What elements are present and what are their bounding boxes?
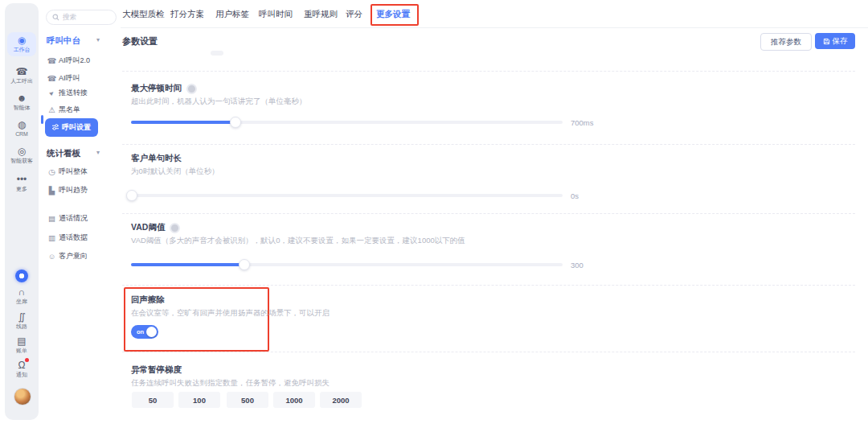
toggle-knob	[146, 327, 157, 337]
icon-rail: ◉ 工作台 ☎ 人工呼出 ☻ 智能体 ◍ CRM ◎ 智能获客 ••• 更多 ∩…	[5, 3, 39, 420]
max-pause-value: 700ms	[571, 118, 594, 127]
section-divider	[122, 71, 855, 72]
section-title-sentence-duration: 客户单句时长	[131, 153, 182, 164]
more-dots-icon: •••	[7, 174, 36, 185]
bell-icon: Ω	[7, 360, 36, 371]
bill-icon: ▤	[7, 335, 36, 347]
section-desc-sentence-duration: 为0时默认关闭（单位秒）	[131, 167, 219, 177]
crm-icon: ◍	[7, 119, 36, 130]
rail-item-workbench[interactable]: ◉ 工作台	[7, 32, 36, 56]
search-input[interactable]: 搜索	[46, 10, 117, 25]
section-desc-vad-threshold: VAD阈值（多大的声音才会被识别），默认0，建议不要设置，如果一定要设置，建议1…	[131, 236, 465, 246]
search-icon	[52, 14, 59, 21]
chevron-down-icon[interactable]: ▾	[96, 36, 100, 43]
sidebar-item-call-trend[interactable]: ▙ 呼叫趋势	[39, 181, 119, 199]
sentence-duration-value: 0s	[571, 191, 579, 200]
sidebar-item-call-data[interactable]: ▥ 通话数据	[39, 228, 119, 246]
tab-recall-rules[interactable]: 重呼规则	[304, 9, 338, 20]
info-icon[interactable]	[170, 223, 180, 233]
section-divider	[122, 144, 855, 145]
rail-item-seat[interactable]: ∩ 坐席	[7, 286, 36, 305]
pause-option-2000[interactable]: 2000	[320, 392, 362, 408]
sliders-icon	[50, 123, 60, 133]
sentence-duration-slider[interactable]	[131, 190, 563, 200]
tab-user-tags[interactable]: 用户标签	[215, 9, 249, 20]
sidebar: 搜索 呼叫中台 ▾ ☎ AI呼叫2.0 ☎ AI呼叫 ► 推送转接 ⚠ 黑名单 …	[39, 0, 121, 428]
pause-option-100[interactable]: 100	[178, 392, 220, 408]
warning-triangle-icon: ⚠	[47, 105, 57, 114]
echo-cancel-toggle[interactable]: on	[131, 325, 158, 339]
chevron-down-icon[interactable]: ▾	[96, 149, 100, 156]
rail-item-lines[interactable]: ∬ 线路	[7, 311, 36, 330]
rail-item-manual-outbound[interactable]: ☎ 人工呼出	[7, 66, 36, 84]
rail-item-bill[interactable]: ▤ 账单	[7, 335, 36, 354]
main-content: 大模型质检 打分方案 用户标签 呼叫时间 重呼规则 评分 更多设置 参数设置 推…	[121, 0, 868, 428]
rail-item-notifications[interactable]: Ω 通知	[7, 360, 36, 378]
manual-outbound-icon: ☎	[7, 66, 36, 77]
tab-score-plan[interactable]: 打分方案	[170, 9, 204, 20]
rail-item-agent-bot[interactable]: ☻ 智能体	[7, 93, 36, 111]
data-sheet-icon: ▥	[47, 233, 57, 242]
scrolled-element-remnant	[211, 51, 223, 56]
notification-badge	[25, 358, 29, 362]
slider-handle[interactable]	[126, 190, 137, 201]
user-avatar[interactable]	[14, 388, 31, 405]
pause-option-500[interactable]: 500	[227, 392, 268, 408]
phone-icon: ☎	[47, 74, 57, 83]
slider-fill	[131, 263, 244, 266]
smiley-icon: ☺	[47, 252, 57, 261]
sidebar-item-call-overall[interactable]: ◷ 呼叫整体	[39, 163, 119, 180]
lead-gen-icon: ◎	[7, 146, 36, 157]
section-desc-echo-cancel: 在会议室等，空旷有回声并使用扬声器的场景下，可以开启	[131, 308, 330, 319]
save-button[interactable]: 保存	[815, 33, 855, 49]
rail-item-more[interactable]: ••• 更多	[7, 174, 36, 192]
sidebar-scrollbar[interactable]	[41, 115, 43, 124]
headset-icon: ∩	[7, 286, 36, 298]
settings-tabbar: 大模型质检 打分方案 用户标签 呼叫时间 重呼规则 评分 更多设置	[121, 0, 868, 28]
app-window: ◉ 工作台 ☎ 人工呼出 ☻ 智能体 ◍ CRM ◎ 智能获客 ••• 更多 ∩…	[0, 0, 868, 428]
document-icon: ▤	[47, 214, 57, 223]
sidebar-item-customer-intent[interactable]: ☺ 客户意向	[39, 247, 119, 265]
sidebar-item-push-transfer[interactable]: ► 推送转接	[39, 84, 119, 101]
toggle-on-label: on	[137, 328, 144, 335]
section-desc-abnormal-pause: 任务连续呼叫失败达到指定数量，任务暂停，避免呼叫损失	[131, 378, 330, 389]
rail-item-lead-gen[interactable]: ◎ 智能获客	[7, 146, 36, 164]
pause-option-50[interactable]: 50	[132, 392, 174, 408]
slider-track[interactable]	[131, 194, 563, 197]
pause-option-1000[interactable]: 1000	[273, 392, 315, 408]
tab-rating[interactable]: 评分	[346, 9, 362, 20]
sidebar-item-ai-call-2[interactable]: ☎ AI呼叫2.0	[39, 51, 119, 69]
online-status-indicator[interactable]	[15, 270, 28, 282]
recommend-params-button[interactable]: 推荐参数	[760, 33, 812, 51]
sidebar-group-call-platform[interactable]: 呼叫中台	[47, 35, 80, 47]
annotation-box-more-settings	[371, 4, 419, 26]
workbench-icon: ◉	[7, 35, 36, 46]
section-divider	[122, 285, 855, 286]
section-title-max-pause: 最大停顿时间	[131, 83, 197, 94]
vad-threshold-slider[interactable]	[131, 259, 563, 269]
lines-icon: ∬	[7, 311, 36, 323]
page-title: 参数设置	[122, 35, 158, 47]
tab-llm-qc[interactable]: 大模型质检	[122, 9, 165, 20]
sidebar-item-call-settings[interactable]: 呼叫设置	[45, 118, 98, 137]
slider-fill	[131, 121, 235, 124]
search-placeholder: 搜索	[63, 13, 76, 23]
sidebar-item-blacklist[interactable]: ⚠ 黑名单	[39, 101, 119, 118]
section-title-vad-threshold: VAD阈值	[131, 222, 180, 233]
max-pause-slider[interactable]	[131, 117, 563, 126]
slider-handle[interactable]	[239, 259, 250, 270]
bar-chart-icon: ▙	[47, 186, 57, 195]
sidebar-item-call-status[interactable]: ▤ 通话情况	[39, 209, 119, 227]
info-icon[interactable]	[186, 84, 197, 94]
tab-call-time[interactable]: 呼叫时间	[259, 9, 293, 20]
agent-bot-icon: ☻	[7, 93, 36, 104]
sidebar-group-stats-board[interactable]: 统计看板	[47, 148, 80, 159]
section-title-abnormal-pause: 异常暂停梯度	[131, 364, 182, 376]
rail-item-crm[interactable]: ◍ CRM	[7, 119, 36, 138]
clock-icon: ◷	[47, 167, 57, 176]
vad-threshold-value: 300	[571, 261, 583, 270]
section-divider	[122, 352, 855, 352]
phone-icon: ☎	[47, 56, 57, 65]
slider-handle[interactable]	[230, 117, 241, 128]
section-divider	[122, 213, 855, 214]
